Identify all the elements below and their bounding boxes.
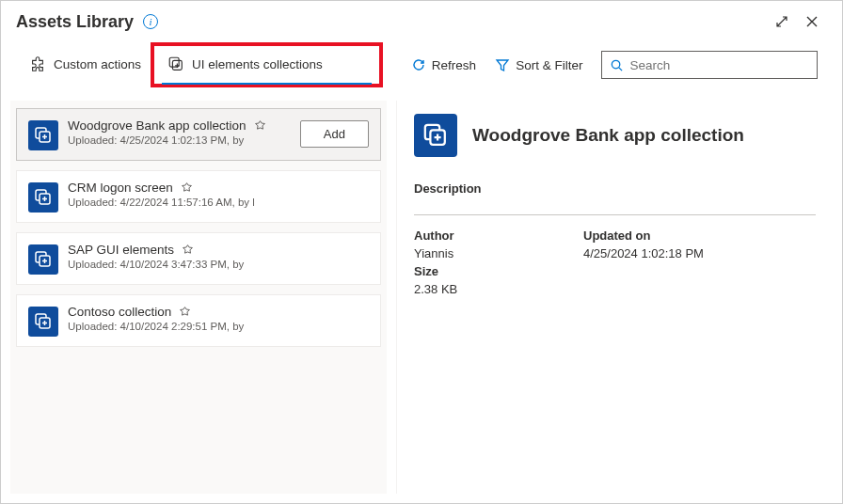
item-meta: Uploaded: 4/22/2024 11:57:16 AM, by l — [68, 197, 369, 208]
item-meta: Uploaded: 4/10/2024 2:29:51 PM, by — [68, 321, 369, 332]
add-button[interactable]: Add — [300, 120, 369, 148]
highlight-box: UI elements collections — [151, 42, 383, 87]
sort-filter-button[interactable]: Sort & Filter — [485, 50, 592, 80]
author-label: Author — [414, 228, 583, 243]
expand-icon[interactable] — [767, 10, 797, 33]
size-label: Size — [414, 264, 583, 278]
info-icon[interactable]: i — [143, 14, 158, 29]
list-item[interactable]: SAP GUI elements Uploaded: 4/10/2024 3:4… — [16, 232, 381, 285]
search-box[interactable] — [601, 51, 818, 79]
updated-label: Updated on — [583, 228, 816, 243]
collection-icon — [28, 244, 58, 275]
published-icon — [182, 244, 194, 256]
updated-value: 4/25/2024 1:02:18 PM — [583, 246, 816, 260]
svg-point-2 — [612, 60, 620, 68]
close-icon[interactable] — [797, 10, 827, 33]
filter-icon — [495, 57, 510, 72]
item-name: Contoso collection — [68, 305, 171, 319]
collection-icon — [28, 307, 58, 337]
refresh-button[interactable]: Refresh — [402, 50, 485, 80]
list-item[interactable]: CRM logon screen Uploaded: 4/22/2024 11:… — [16, 170, 381, 223]
list-item[interactable]: Contoso collection Uploaded: 4/10/2024 2… — [16, 294, 381, 347]
tab-label: Custom actions — [54, 57, 141, 71]
item-meta: Uploaded: 4/10/2024 3:47:33 PM, by — [68, 259, 369, 270]
collection-icon — [28, 120, 58, 150]
item-name: SAP GUI elements — [68, 243, 174, 257]
tab-label: UI elements collections — [192, 57, 323, 71]
published-icon — [254, 119, 266, 132]
window-title: Assets Library — [16, 12, 134, 32]
item-name: CRM logon screen — [68, 181, 173, 195]
description-label: Description — [414, 181, 816, 196]
list-item[interactable]: Woodgrove Bank app collection Uploaded: … — [16, 108, 381, 161]
sort-filter-label: Sort & Filter — [516, 58, 582, 72]
tab-custom-actions[interactable]: Custom actions — [16, 46, 154, 84]
item-name: Woodgrove Bank app collection — [68, 118, 247, 133]
item-meta: Uploaded: 4/25/2024 1:02:13 PM, by — [68, 134, 291, 146]
collection-icon — [28, 182, 58, 213]
published-icon — [181, 181, 193, 194]
search-icon — [610, 58, 624, 72]
puzzle-icon — [29, 55, 46, 72]
search-input[interactable] — [629, 58, 809, 72]
collection-icon — [414, 114, 457, 157]
refresh-label: Refresh — [432, 58, 476, 72]
collections-list: Woodgrove Bank app collection Uploaded: … — [10, 101, 387, 494]
collection-icon — [167, 55, 184, 72]
author-value: Yiannis — [414, 246, 583, 260]
divider — [414, 214, 816, 215]
published-icon — [179, 306, 191, 318]
detail-pane: Woodgrove Bank app collection Descriptio… — [396, 101, 833, 494]
detail-title: Woodgrove Bank app collection — [472, 125, 744, 146]
refresh-icon — [411, 57, 426, 72]
tab-ui-collections[interactable]: UI elements collections — [154, 46, 379, 84]
size-value: 2.38 KB — [414, 282, 583, 296]
